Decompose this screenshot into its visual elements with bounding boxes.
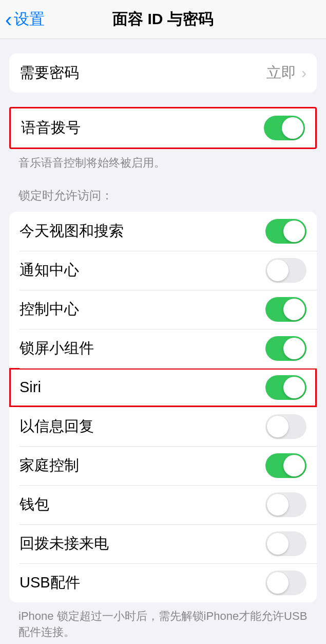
- toggle-knob: [267, 416, 289, 437]
- lock-access-label: 钱包: [20, 494, 265, 515]
- lock-access-label: 控制中心: [20, 299, 265, 320]
- value-text: 立即: [266, 63, 296, 83]
- page-title: 面容 ID 与密码: [112, 9, 214, 30]
- lock-access-toggle[interactable]: [265, 414, 306, 439]
- lock-access-label: Siri: [20, 379, 265, 396]
- lock-access-label: 回拨未接来电: [20, 533, 265, 554]
- lock-access-row: 以信息回复: [9, 407, 317, 446]
- lock-access-toggle[interactable]: [265, 492, 306, 517]
- toggle-knob: [283, 299, 305, 320]
- toggle-knob: [267, 494, 289, 516]
- back-label: 设置: [14, 9, 45, 30]
- require-passcode-value: 立即 ›: [266, 63, 306, 83]
- lock-access-group: 今天视图和搜索通知中心控制中心锁屏小组件Siri以信息回复家庭控制钱包回拨未接来…: [9, 212, 317, 602]
- nav-bar: ‹ 设置 面容 ID 与密码: [0, 0, 326, 39]
- lock-access-row: 回拨未接来电: [9, 524, 317, 563]
- voice-dial-footer: 音乐语音控制将始终被启用。: [0, 149, 326, 171]
- toggle-knob: [267, 572, 289, 594]
- toggle-knob: [267, 260, 289, 281]
- voice-dial-row: 语音拨号: [11, 108, 315, 148]
- lock-access-toggle[interactable]: [265, 375, 306, 400]
- lock-access-toggle[interactable]: [265, 219, 306, 244]
- toggle-knob: [283, 455, 305, 476]
- require-passcode-group: 需要密码 立即 ›: [9, 53, 317, 93]
- toggle-knob: [283, 220, 305, 242]
- chevron-right-icon: ›: [301, 64, 306, 82]
- lock-access-row: 控制中心: [9, 290, 317, 329]
- lock-access-label: 锁屏小组件: [20, 338, 265, 359]
- voice-dial-group: 语音拨号: [9, 107, 317, 149]
- lock-access-row: Siri: [9, 368, 317, 407]
- lock-access-toggle[interactable]: [265, 453, 306, 478]
- voice-dial-toggle[interactable]: [264, 116, 305, 140]
- lock-access-toggle[interactable]: [265, 531, 306, 556]
- lock-access-row: 通知中心: [9, 251, 317, 290]
- lock-access-footer: iPhone 锁定超过一小时后，需先解锁iPhone才能允许USB 配件连接。: [0, 602, 326, 640]
- back-button[interactable]: ‹ 设置: [0, 9, 45, 30]
- lock-access-row: 钱包: [9, 485, 317, 524]
- lock-access-toggle[interactable]: [265, 571, 306, 595]
- lock-access-header: 锁定时允许访问：: [0, 171, 326, 209]
- lock-access-toggle[interactable]: [265, 297, 306, 322]
- toggle-knob: [283, 377, 305, 398]
- toggle-knob: [267, 533, 289, 555]
- chevron-left-icon: ‹: [5, 9, 12, 30]
- lock-access-toggle[interactable]: [265, 336, 306, 361]
- lock-access-label: 家庭控制: [20, 455, 265, 476]
- lock-access-label: 今天视图和搜索: [20, 221, 265, 242]
- toggle-knob: [282, 117, 303, 139]
- lock-access-row: USB配件: [9, 563, 317, 602]
- require-passcode-row[interactable]: 需要密码 立即 ›: [9, 53, 317, 93]
- lock-access-row: 家庭控制: [9, 446, 317, 485]
- lock-access-label: 以信息回复: [20, 416, 265, 437]
- voice-dial-label: 语音拨号: [21, 118, 264, 138]
- lock-access-row: 今天视图和搜索: [9, 212, 317, 251]
- require-passcode-label: 需要密码: [20, 63, 266, 83]
- settings-content: 需要密码 立即 › 语音拨号 音乐语音控制将始终被启用。 锁定时允许访问： 今天…: [0, 53, 326, 640]
- lock-access-toggle[interactable]: [265, 258, 306, 283]
- lock-access-label: USB配件: [20, 573, 265, 593]
- lock-access-label: 通知中心: [20, 260, 265, 281]
- toggle-knob: [283, 338, 305, 359]
- lock-access-row: 锁屏小组件: [9, 329, 317, 368]
